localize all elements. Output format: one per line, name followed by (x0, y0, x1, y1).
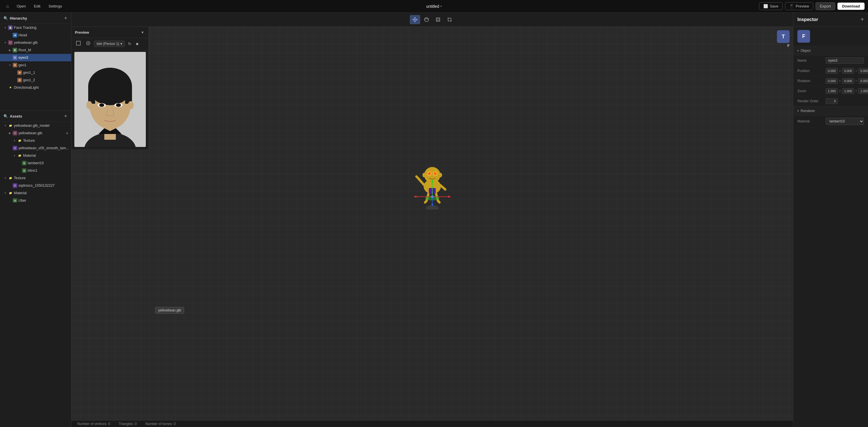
hierarchy-item-head[interactable]: ◈ Head (0, 31, 71, 39)
preview-panel: Preview ▾ Idel (Person 1) ▾ ↻ ■ (71, 27, 149, 149)
edit-button[interactable]: Edit (31, 3, 43, 9)
position-z-input[interactable] (858, 68, 868, 74)
assets-item-yellowbean-glb-asset[interactable]: ▶ ⬡ yellowbean.glb + (0, 129, 71, 137)
tree-toggle: ▾ (3, 124, 7, 127)
settings-button[interactable]: Settings (45, 3, 65, 9)
home-icon[interactable]: ⌂ (3, 2, 11, 10)
geo-icon: ⊞ (13, 63, 17, 67)
assets-item-blinn1[interactable]: ◎ blinn1 (0, 167, 71, 174)
frame-tool-button[interactable] (433, 15, 443, 24)
assets-item-label: yellowbean_v05_smooth_lam... (19, 146, 69, 150)
crop-tool-button[interactable] (444, 15, 455, 24)
assets-item-label: lambert10 (28, 161, 44, 165)
preview-button[interactable]: 📱 Preview (785, 2, 813, 10)
assets-item-texture-2[interactable]: ▾ 📁 Texture (0, 174, 71, 182)
tree-toggle: ▶ (8, 49, 11, 52)
assets-add-button[interactable]: + (63, 114, 68, 119)
hierarchy-item-root-m[interactable]: ▶ ⊞ Root_M (0, 47, 71, 54)
assets-item-material-1[interactable]: ▾ 📁 Material (0, 152, 71, 159)
project-title[interactable]: untitled ▾ (426, 4, 442, 9)
svg-rect-3 (76, 41, 81, 45)
toolbar-strip (71, 13, 793, 27)
preview-header: Preview ▾ (71, 27, 148, 38)
tree-toggle: ▶ (8, 131, 11, 135)
rotation-y-input[interactable] (842, 78, 854, 84)
hierarchy-add-button[interactable]: + (63, 16, 68, 21)
assets-search-icon: 🔍 (3, 114, 8, 118)
hierarchy-search: 🔍 Hierarchy (3, 16, 63, 21)
material-select[interactable]: lambert10 blinn1 Uber Standard (826, 118, 864, 125)
rotation-label: Rotation (797, 79, 823, 83)
preview-person-dropdown[interactable]: Idel (Person 1) ▾ (94, 41, 125, 47)
inspector-add-button[interactable]: + (861, 16, 864, 23)
download-button[interactable]: Download (837, 3, 865, 10)
save-button[interactable]: ⬜ Save (759, 2, 783, 10)
svg-marker-36 (413, 195, 416, 198)
preview-person-label: Idel (Person 1) (97, 42, 119, 46)
topbar: ⌂ Open Edit Settings untitled ▾ ⬜ Save 📱… (0, 0, 868, 13)
assets-item-uber[interactable]: ◎ Uber (0, 197, 71, 203)
viewport[interactable]: Preview ▾ Idel (Person 1) ▾ ↻ ■ (71, 27, 793, 420)
glb-icon: ⬡ (13, 131, 17, 135)
inspector-panel: Inspector + F ▾ Object Name Position X Y… (793, 13, 868, 427)
title-dropdown-icon: ▾ (440, 5, 442, 8)
vertices-value: 0 (108, 422, 110, 426)
move-tool-button[interactable] (410, 15, 420, 24)
assets-item-label: Texture (14, 176, 26, 180)
assets-item-material-2[interactable]: ▾ 📁 Material (0, 189, 71, 197)
root-icon: ⊞ (13, 48, 17, 53)
assets-item-texture-1[interactable]: ▾ 📁 Texture (0, 137, 71, 144)
folder-icon: 📁 (8, 123, 13, 128)
preview-refresh-button[interactable]: ↻ (126, 41, 133, 47)
svg-point-20 (128, 101, 134, 109)
assets-item-sqdrsscs[interactable]: ⊡ sqdrsscs_1550132227 (0, 182, 71, 189)
hierarchy-item-geo1-1[interactable]: ⊞ geo1_1 (0, 69, 71, 77)
renderer-section-header[interactable]: ▾ Renderer (793, 106, 868, 116)
material-icon: ◎ (22, 168, 27, 173)
object-section-header[interactable]: ▾ Object (793, 46, 868, 55)
hierarchy-item-face-tracking[interactable]: ▾ ◉ Face Tracking (0, 24, 71, 31)
zoom-x-input[interactable] (826, 88, 838, 94)
inspector-header: Inspector + (793, 13, 868, 27)
assets-item-texture-file[interactable]: ⊡ yellowbean_v05_smooth_lam... (0, 144, 71, 152)
rotation-x-input[interactable] (826, 78, 838, 84)
export-button[interactable]: Export (815, 2, 835, 10)
orbit-tool-button[interactable] (421, 15, 432, 24)
name-property-row: Name (793, 55, 868, 66)
hierarchy-item-yellowbean-glb[interactable]: ▾ ⬡ yellowbean.glb (0, 39, 71, 47)
hierarchy-item-directional-light[interactable]: ☀ DirectionalLight (0, 84, 71, 91)
svg-point-24 (428, 172, 431, 175)
tree-item-label: DirectionalLight (14, 86, 39, 90)
main-area: 🔍 Hierarchy + ▾ ◉ Face Tracking ◈ Head ▾… (0, 13, 868, 427)
open-button[interactable]: Open (14, 3, 29, 9)
assets-item-lambert10[interactable]: ◎ lambert10 (0, 159, 71, 167)
position-x-input[interactable] (826, 68, 838, 74)
preview-stop-button[interactable]: ■ (134, 41, 140, 47)
tree-toggle: ▾ (13, 139, 16, 142)
preview-image-area (71, 50, 148, 149)
zoom-value-container: X Y Z (826, 88, 868, 94)
hierarchy-item-geo1[interactable]: ▾ ⊞ geo1 (0, 61, 71, 69)
zoom-z-input[interactable] (858, 88, 868, 94)
grid-background (71, 27, 793, 420)
hierarchy-item-geo1-2[interactable]: ⊞ geo1_2 (0, 77, 71, 84)
zoom-y-input[interactable] (842, 88, 854, 94)
svg-point-18 (117, 103, 120, 106)
render-order-input[interactable] (826, 98, 838, 104)
folder-icon: 📁 (8, 176, 13, 180)
position-y-axis: Y (855, 69, 857, 72)
item-add-button[interactable]: + (65, 131, 69, 135)
hierarchy-item-eyes3[interactable]: ⊟ eyes3 (0, 54, 71, 61)
preview-rect-button[interactable] (74, 40, 83, 48)
tree-toggle (13, 71, 16, 74)
position-y-input[interactable] (842, 68, 854, 74)
svg-rect-2 (437, 19, 439, 21)
preview-collapse-button[interactable]: ▾ (140, 29, 145, 35)
assets-item-yellowbean-model[interactable]: ▾ 📁 yellowbean.glb_model (0, 122, 71, 129)
preview-circle-button[interactable] (84, 40, 92, 48)
rotation-value-container: X Y Z (826, 78, 868, 84)
rotation-z-input[interactable] (858, 78, 868, 84)
name-input[interactable] (826, 57, 864, 64)
svg-point-39 (431, 195, 434, 198)
face-icon: ◉ (8, 25, 13, 30)
